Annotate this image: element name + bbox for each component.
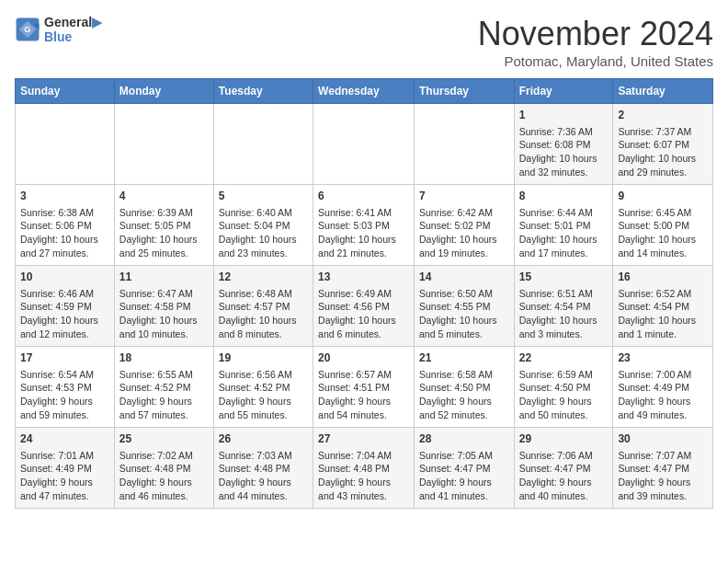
calendar-cell: 9Sunrise: 6:45 AM Sunset: 5:00 PM Daylig… [613,185,713,266]
day-number: 25 [119,431,209,447]
calendar-cell: 3Sunrise: 6:38 AM Sunset: 5:06 PM Daylig… [16,185,115,266]
day-info: Sunrise: 6:52 AM Sunset: 4:54 PM Dayligh… [618,287,708,341]
day-info: Sunrise: 7:36 AM Sunset: 6:08 PM Dayligh… [519,125,609,179]
page-header: G General▶ Blue November 2024 Potomac, M… [15,15,713,69]
day-info: Sunrise: 6:55 AM Sunset: 4:52 PM Dayligh… [119,368,209,422]
day-info: Sunrise: 6:50 AM Sunset: 4:55 PM Dayligh… [419,287,509,341]
day-number: 21 [419,350,509,366]
calendar-cell [114,104,213,185]
day-info: Sunrise: 6:56 AM Sunset: 4:52 PM Dayligh… [219,368,308,422]
calendar-cell: 13Sunrise: 6:49 AM Sunset: 4:56 PM Dayli… [313,266,415,347]
column-header-sunday: Sunday [16,79,115,104]
day-number: 5 [219,189,308,204]
day-info: Sunrise: 7:37 AM Sunset: 6:07 PM Dayligh… [618,125,708,179]
calendar-cell: 27Sunrise: 7:04 AM Sunset: 4:48 PM Dayli… [313,428,415,509]
calendar-cell: 15Sunrise: 6:51 AM Sunset: 4:54 PM Dayli… [514,266,613,347]
svg-text:G: G [24,25,30,34]
calendar-cell: 21Sunrise: 6:58 AM Sunset: 4:50 PM Dayli… [414,347,514,428]
calendar-cell [213,104,313,185]
calendar-cell: 29Sunrise: 7:06 AM Sunset: 4:47 PM Dayli… [514,428,613,509]
logo: G General▶ Blue [15,15,102,44]
calendar-cell: 1Sunrise: 7:36 AM Sunset: 6:08 PM Daylig… [514,104,613,185]
day-number: 18 [119,350,209,366]
day-number: 23 [618,350,708,366]
day-info: Sunrise: 6:48 AM Sunset: 4:57 PM Dayligh… [219,287,308,341]
day-info: Sunrise: 7:00 AM Sunset: 4:49 PM Dayligh… [618,368,708,422]
day-number: 28 [419,431,509,447]
day-info: Sunrise: 6:44 AM Sunset: 5:01 PM Dayligh… [519,206,609,260]
calendar-cell: 4Sunrise: 6:39 AM Sunset: 5:05 PM Daylig… [114,185,213,266]
title-block: November 2024 Potomac, Maryland, United … [478,15,713,69]
day-info: Sunrise: 6:45 AM Sunset: 5:00 PM Dayligh… [618,206,708,260]
day-number: 2 [618,108,708,123]
calendar-week-1: 1Sunrise: 7:36 AM Sunset: 6:08 PM Daylig… [16,104,713,185]
calendar-cell [414,104,514,185]
calendar-cell: 20Sunrise: 6:57 AM Sunset: 4:51 PM Dayli… [313,347,415,428]
month-title: November 2024 [478,15,713,53]
calendar-cell: 19Sunrise: 6:56 AM Sunset: 4:52 PM Dayli… [213,347,313,428]
day-number: 1 [519,108,609,123]
day-info: Sunrise: 7:01 AM Sunset: 4:49 PM Dayligh… [20,449,109,503]
calendar-week-4: 17Sunrise: 6:54 AM Sunset: 4:53 PM Dayli… [16,347,713,428]
calendar-cell: 12Sunrise: 6:48 AM Sunset: 4:57 PM Dayli… [213,266,313,347]
day-number: 29 [519,431,609,447]
day-number: 11 [119,270,209,285]
calendar-cell: 28Sunrise: 7:05 AM Sunset: 4:47 PM Dayli… [414,428,514,509]
day-info: Sunrise: 6:58 AM Sunset: 4:50 PM Dayligh… [419,368,509,422]
day-number: 16 [618,270,708,285]
day-info: Sunrise: 7:07 AM Sunset: 4:47 PM Dayligh… [618,449,708,503]
calendar-cell: 25Sunrise: 7:02 AM Sunset: 4:48 PM Dayli… [114,428,213,509]
calendar-week-3: 10Sunrise: 6:46 AM Sunset: 4:59 PM Dayli… [16,266,713,347]
day-info: Sunrise: 6:38 AM Sunset: 5:06 PM Dayligh… [20,206,109,260]
day-number: 27 [318,431,409,447]
day-number: 8 [519,189,609,204]
day-number: 12 [219,270,308,285]
day-info: Sunrise: 6:46 AM Sunset: 4:59 PM Dayligh… [20,287,109,341]
calendar-cell: 17Sunrise: 6:54 AM Sunset: 4:53 PM Dayli… [16,347,115,428]
day-info: Sunrise: 6:49 AM Sunset: 4:56 PM Dayligh… [318,287,409,341]
day-number: 19 [219,350,308,366]
day-info: Sunrise: 6:51 AM Sunset: 4:54 PM Dayligh… [519,287,609,341]
calendar-cell: 5Sunrise: 6:40 AM Sunset: 5:04 PM Daylig… [213,185,313,266]
day-info: Sunrise: 6:39 AM Sunset: 5:05 PM Dayligh… [119,206,209,260]
day-number: 26 [219,431,308,447]
column-header-saturday: Saturday [613,79,713,104]
day-number: 24 [20,431,109,447]
day-number: 15 [519,270,609,285]
day-info: Sunrise: 6:42 AM Sunset: 5:02 PM Dayligh… [419,206,509,260]
column-header-thursday: Thursday [414,79,514,104]
day-number: 9 [618,189,708,204]
day-info: Sunrise: 6:41 AM Sunset: 5:03 PM Dayligh… [318,206,409,260]
day-number: 30 [618,431,708,447]
calendar-cell: 10Sunrise: 6:46 AM Sunset: 4:59 PM Dayli… [16,266,115,347]
calendar-cell [16,104,115,185]
day-number: 4 [119,189,209,204]
day-number: 14 [419,270,509,285]
day-number: 17 [20,350,109,366]
day-info: Sunrise: 7:05 AM Sunset: 4:47 PM Dayligh… [419,449,509,503]
calendar-table: SundayMondayTuesdayWednesdayThursdayFrid… [15,78,713,509]
calendar-cell: 14Sunrise: 6:50 AM Sunset: 4:55 PM Dayli… [414,266,514,347]
calendar-week-2: 3Sunrise: 6:38 AM Sunset: 5:06 PM Daylig… [16,185,713,266]
day-info: Sunrise: 7:04 AM Sunset: 4:48 PM Dayligh… [318,449,409,503]
day-number: 3 [20,189,109,204]
logo-icon: G [15,17,40,42]
calendar-cell: 7Sunrise: 6:42 AM Sunset: 5:02 PM Daylig… [414,185,514,266]
calendar-cell: 18Sunrise: 6:55 AM Sunset: 4:52 PM Dayli… [114,347,213,428]
day-info: Sunrise: 6:40 AM Sunset: 5:04 PM Dayligh… [219,206,308,260]
calendar-cell: 8Sunrise: 6:44 AM Sunset: 5:01 PM Daylig… [514,185,613,266]
day-number: 20 [318,350,409,366]
calendar-cell: 23Sunrise: 7:00 AM Sunset: 4:49 PM Dayli… [613,347,713,428]
calendar-cell: 16Sunrise: 6:52 AM Sunset: 4:54 PM Dayli… [613,266,713,347]
calendar-cell: 24Sunrise: 7:01 AM Sunset: 4:49 PM Dayli… [16,428,115,509]
day-number: 6 [318,189,409,204]
column-header-tuesday: Tuesday [213,79,313,104]
calendar-cell: 30Sunrise: 7:07 AM Sunset: 4:47 PM Dayli… [613,428,713,509]
column-header-monday: Monday [114,79,213,104]
calendar-cell [313,104,415,185]
day-info: Sunrise: 7:03 AM Sunset: 4:48 PM Dayligh… [219,449,308,503]
calendar-header-row: SundayMondayTuesdayWednesdayThursdayFrid… [16,79,713,104]
day-number: 7 [419,189,509,204]
column-header-friday: Friday [514,79,613,104]
day-number: 22 [519,350,609,366]
